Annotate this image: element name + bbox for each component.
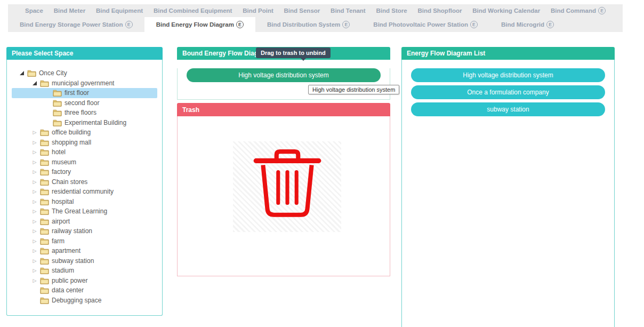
bound-diagram-body: High voltage distribution system	[177, 68, 390, 100]
tree-expanded-icon[interactable]	[18, 69, 26, 77]
tab-label: Bind Energy Flow Diagram	[156, 21, 234, 28]
trash-panel-title: Trash	[177, 103, 390, 116]
tree-node-hotel[interactable]: hotel	[12, 147, 157, 157]
tree-node-label: hotel	[52, 148, 66, 156]
tree-node-hospital[interactable]: hospital	[12, 197, 157, 207]
tab-bind-store[interactable]: Bind Store	[372, 4, 411, 17]
tree-node-shopping-mall[interactable]: shopping mall	[12, 138, 157, 148]
tree-no-toggle	[31, 286, 38, 294]
tree-node-airport[interactable]: airport	[12, 217, 157, 227]
folder-icon	[40, 267, 49, 274]
tree-node-label: municipal government	[52, 79, 114, 87]
tree-collapsed-icon[interactable]	[31, 208, 38, 215]
tree-node-stadium[interactable]: stadium	[12, 266, 157, 276]
tab-bind-command[interactable]: Bind CommandE	[546, 4, 610, 17]
tree-node-label: three floors	[65, 109, 96, 116]
e-badge-icon: E	[342, 21, 350, 28]
tree-collapsed-icon[interactable]	[31, 168, 38, 176]
tab-bind-distribution-system[interactable]: Bind Distribution SystemE	[255, 17, 361, 32]
folder-icon	[40, 129, 49, 136]
tree-collapsed-icon[interactable]	[31, 178, 38, 186]
tab-label: Space	[25, 7, 43, 14]
e-badge-icon: E	[125, 21, 133, 28]
tab-label: Bind Energy Storage Power Station	[20, 21, 123, 28]
tree-node-second-floor[interactable]: second floor	[12, 98, 157, 108]
tree-collapsed-icon[interactable]	[31, 139, 38, 146]
tab-bind-photovoltaic-power-station[interactable]: Bind Photovoltaic Power StationE	[361, 17, 489, 32]
folder-icon	[40, 158, 49, 166]
tree-node-the-great-learning[interactable]: The Great Learning	[12, 206, 157, 217]
tree-node-railway-station[interactable]: railway station	[12, 226, 157, 236]
e-badge-icon: E	[470, 21, 478, 28]
tree-collapsed-icon[interactable]	[31, 188, 38, 195]
tree-node-label: airport	[52, 218, 70, 225]
tree-node-public-power[interactable]: public power	[12, 276, 157, 286]
tree-node-label: factory	[52, 168, 71, 176]
tab-bind-energy-storage-power-station[interactable]: Bind Energy Storage Power StationE	[8, 17, 144, 32]
folder-icon	[40, 277, 49, 284]
tree-collapsed-icon[interactable]	[31, 237, 38, 245]
tab-label: Bind Combined Equipment	[154, 7, 232, 14]
tree-node-municipal-government[interactable]: municipal government	[12, 78, 157, 89]
tree-collapsed-icon[interactable]	[31, 247, 38, 254]
tree-node-museum[interactable]: museum	[12, 157, 157, 168]
tab-bind-meter[interactable]: Bind Meter	[50, 4, 90, 17]
tab-label: Bind Photovoltaic Power Station	[373, 21, 468, 28]
tree-collapsed-icon[interactable]	[31, 129, 38, 136]
tab-label: Bind Command	[551, 7, 596, 14]
tab-bind-tenant[interactable]: Bind Tenant	[326, 4, 370, 17]
tree-node-residential-community[interactable]: residential community	[12, 187, 157, 197]
tab-label: Bind Microgrid	[501, 21, 544, 28]
tab-bind-combined-equipment[interactable]: Bind Combined Equipment	[149, 4, 237, 17]
tree-node-once-city[interactable]: Once City	[12, 68, 157, 78]
tree-node-data-center[interactable]: data center	[12, 285, 157, 296]
tab-label: Bind Tenant	[331, 7, 366, 14]
diagram-list-pill[interactable]: subway station	[411, 102, 605, 116]
tab-bind-equipment[interactable]: Bind Equipment	[92, 4, 147, 17]
tree-collapsed-icon[interactable]	[31, 267, 38, 274]
tab-bind-shopfloor[interactable]: Bind Shopfloor	[413, 4, 466, 17]
folder-icon	[40, 297, 49, 304]
tree-collapsed-icon[interactable]	[31, 218, 38, 225]
bound-diagram-pill[interactable]: High voltage distribution system	[187, 68, 381, 82]
tree-node-debugging-space[interactable]: Debugging space	[12, 296, 157, 306]
tree-node-three-floors[interactable]: three floors	[12, 108, 157, 118]
tree-collapsed-icon[interactable]	[31, 277, 38, 284]
tree-collapsed-icon[interactable]	[31, 257, 38, 265]
tab-space[interactable]: Space	[21, 4, 47, 17]
folder-icon	[40, 139, 49, 146]
tree-node-subway-station[interactable]: subway station	[12, 256, 157, 266]
tree-node-apartment[interactable]: apartment	[12, 246, 157, 256]
tree-node-label: Once City	[39, 69, 67, 77]
tree-no-toggle	[44, 119, 51, 126]
tree-node-farm[interactable]: farm	[12, 236, 157, 246]
tree-node-chain-stores[interactable]: Chain stores	[12, 177, 157, 187]
tree-node-label: residential community	[52, 188, 114, 195]
tree-collapsed-icon[interactable]	[31, 158, 38, 166]
tab-bind-point[interactable]: Bind Point	[238, 4, 278, 17]
space-tree: Once City municipal government first flo…	[7, 60, 162, 305]
diagram-list-pill[interactable]: Once a formulation company	[411, 85, 605, 99]
tab-bind-microgrid[interactable]: Bind MicrogridE	[489, 17, 566, 32]
folder-icon	[40, 79, 49, 87]
tree-collapsed-icon[interactable]	[31, 227, 38, 235]
folder-icon	[40, 178, 49, 186]
diagram-list: High voltage distribution systemOnce a f…	[401, 60, 615, 327]
tree-node-office-building[interactable]: office building	[12, 127, 157, 138]
diagram-list-pill[interactable]: High voltage distribution system	[411, 68, 605, 82]
tab-bind-sensor[interactable]: Bind Sensor	[280, 4, 325, 17]
tree-collapsed-icon[interactable]	[31, 148, 38, 156]
tab-bind-working-calendar[interactable]: Bind Working Calendar	[468, 4, 544, 17]
tree-node-first-floor[interactable]: first floor	[12, 88, 157, 98]
tree-node-experimental-building[interactable]: Experimental Building	[12, 118, 157, 128]
trash-drop-zone[interactable]	[177, 116, 390, 276]
tree-no-toggle	[44, 99, 51, 107]
tab-strip: SpaceBind MeterBind EquipmentBind Combin…	[8, 4, 623, 32]
tab-bind-energy-flow-diagram[interactable]: Bind Energy Flow DiagramE	[144, 17, 255, 32]
e-badge-icon: E	[546, 21, 554, 28]
folder-icon	[53, 99, 62, 107]
tree-expanded-icon[interactable]	[31, 79, 38, 87]
tree-node-label: railway station	[52, 227, 92, 235]
tree-collapsed-icon[interactable]	[31, 198, 38, 205]
tree-node-factory[interactable]: factory	[12, 167, 157, 177]
